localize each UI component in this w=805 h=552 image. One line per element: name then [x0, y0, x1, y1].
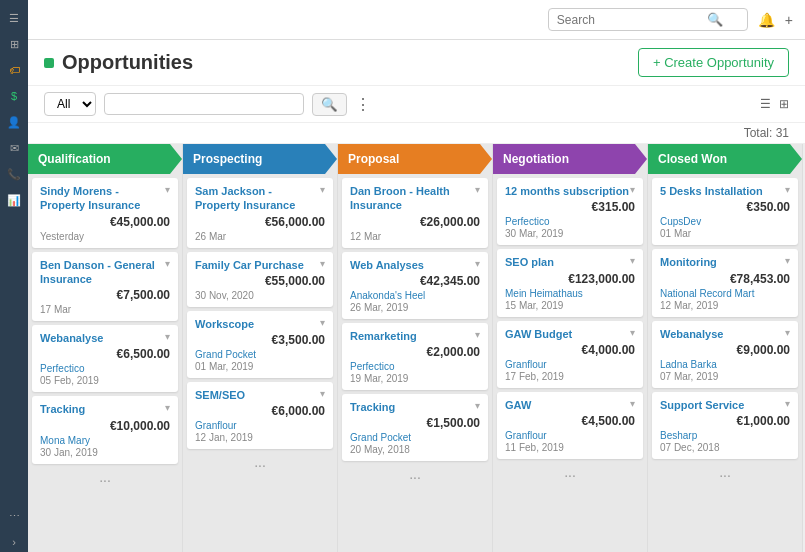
- card-qualification-0[interactable]: ▾Sindy Morens - Property Insurance€45,00…: [32, 178, 178, 248]
- page-title-container: Opportunities: [44, 51, 193, 74]
- card-menu-icon[interactable]: ▾: [320, 184, 325, 195]
- card-date: 15 Mar, 2019: [505, 300, 635, 311]
- filter-options-button[interactable]: ⋮: [355, 95, 371, 114]
- card-closed-2[interactable]: ▾Webanalyse€9,000.00Ladna Barka07 Mar, 2…: [652, 321, 798, 388]
- card-menu-icon[interactable]: ▾: [320, 258, 325, 269]
- card-menu-icon[interactable]: ▾: [475, 184, 480, 195]
- card-title: Web Analyses: [350, 258, 480, 272]
- card-menu-icon[interactable]: ▾: [165, 331, 170, 342]
- card-company: Perfectico: [505, 216, 635, 227]
- card-amount: €56,000.00: [195, 215, 325, 229]
- filter-all-dropdown[interactable]: All: [44, 92, 96, 116]
- card-menu-icon[interactable]: ▾: [320, 317, 325, 328]
- column-header-qualification: Qualification: [28, 144, 182, 174]
- card-prospecting-1[interactable]: ▾Family Car Purchase€55,000.0030 Nov, 20…: [187, 252, 333, 307]
- card-date: 12 Jan, 2019: [195, 432, 325, 443]
- create-opportunity-button[interactable]: + Create Opportunity: [638, 48, 789, 77]
- card-proposal-2[interactable]: ▾Remarketing€2,000.00Perfectico19 Mar, 2…: [342, 323, 488, 390]
- card-menu-icon[interactable]: ▾: [475, 400, 480, 411]
- card-date: 07 Dec, 2018: [660, 442, 790, 453]
- card-title: Remarketing: [350, 329, 480, 343]
- card-menu-icon[interactable]: ▾: [785, 327, 790, 338]
- card-proposal-3[interactable]: ▾Tracking€1,500.00Grand Pocket20 May, 20…: [342, 394, 488, 461]
- card-title: Workscope: [195, 317, 325, 331]
- card-menu-icon[interactable]: ▾: [475, 329, 480, 340]
- card-menu-icon[interactable]: ▾: [320, 388, 325, 399]
- card-date: 01 Mar: [660, 228, 790, 239]
- sidebar-menu-icon[interactable]: ☰: [4, 8, 24, 28]
- sidebar-phone-icon[interactable]: 📞: [4, 164, 24, 184]
- cards-container-closed: ▾5 Desks Installation€350.00CupsDev01 Ma…: [648, 174, 802, 552]
- sidebar-grid-icon[interactable]: ⊞: [4, 34, 24, 54]
- column-dots[interactable]: ···: [497, 463, 643, 487]
- card-menu-icon[interactable]: ▾: [475, 258, 480, 269]
- sidebar-dollar-icon[interactable]: $: [4, 86, 24, 106]
- sidebar-user-icon[interactable]: 👤: [4, 112, 24, 132]
- card-closed-1[interactable]: ▾Monitoring€78,453.00National Record Mar…: [652, 249, 798, 316]
- card-closed-0[interactable]: ▾5 Desks Installation€350.00CupsDev01 Ma…: [652, 178, 798, 245]
- card-date: Yesterday: [40, 231, 170, 242]
- card-amount: €2,000.00: [350, 345, 480, 359]
- card-title: Ben Danson - General Insurance: [40, 258, 170, 287]
- search-box[interactable]: 🔍: [548, 8, 748, 31]
- card-prospecting-2[interactable]: ▾Workscope€3,500.00Grand Pocket01 Mar, 2…: [187, 311, 333, 378]
- bell-icon[interactable]: 🔔: [758, 12, 775, 28]
- search-input[interactable]: [557, 13, 707, 27]
- filter-search-input[interactable]: [104, 93, 304, 115]
- card-qualification-3[interactable]: ▾Tracking€10,000.00Mona Mary30 Jan, 2019: [32, 396, 178, 463]
- card-company: CupsDev: [660, 216, 790, 227]
- card-negotiation-0[interactable]: ▾12 months subscription€315.00Perfectico…: [497, 178, 643, 245]
- card-qualification-2[interactable]: ▾Webanalyse€6,500.00Perfectico05 Feb, 20…: [32, 325, 178, 392]
- card-prospecting-3[interactable]: ▾SEM/SEO€6,000.00Granflour12 Jan, 2019: [187, 382, 333, 449]
- card-menu-icon[interactable]: ▾: [630, 398, 635, 409]
- card-proposal-1[interactable]: ▾Web Analyses€42,345.00Anakonda's Heel26…: [342, 252, 488, 319]
- topbar-icons: 🔔 +: [758, 12, 793, 28]
- card-qualification-1[interactable]: ▾Ben Danson - General Insurance€7,500.00…: [32, 252, 178, 322]
- card-closed-3[interactable]: ▾Support Service€1,000.00Besharp07 Dec, …: [652, 392, 798, 459]
- filter-search-button[interactable]: 🔍: [312, 93, 347, 116]
- column-dots[interactable]: ···: [342, 465, 488, 489]
- column-dots[interactable]: ···: [32, 468, 178, 492]
- card-company: Grand Pocket: [195, 349, 325, 360]
- card-menu-icon[interactable]: ▾: [630, 255, 635, 266]
- card-date: 05 Feb, 2019: [40, 375, 170, 386]
- card-negotiation-2[interactable]: ▾GAW Budget€4,000.00Granflour17 Feb, 201…: [497, 321, 643, 388]
- plus-icon[interactable]: +: [785, 12, 793, 28]
- card-title: Webanalyse: [660, 327, 790, 341]
- column-dots[interactable]: ···: [187, 453, 333, 477]
- card-menu-icon[interactable]: ▾: [630, 184, 635, 195]
- sidebar-expand-icon[interactable]: ›: [4, 532, 24, 552]
- card-negotiation-1[interactable]: ▾SEO plan€123,000.00Mein Heimathaus15 Ma…: [497, 249, 643, 316]
- card-date: 01 Mar, 2019: [195, 361, 325, 372]
- card-menu-icon[interactable]: ▾: [165, 258, 170, 269]
- card-company: Grand Pocket: [350, 432, 480, 443]
- column-dots[interactable]: ···: [652, 463, 798, 487]
- card-prospecting-0[interactable]: ▾Sam Jackson - Property Insurance€56,000…: [187, 178, 333, 248]
- card-title: Tracking: [40, 402, 170, 416]
- sidebar-mail-icon[interactable]: ✉: [4, 138, 24, 158]
- card-date: 17 Feb, 2019: [505, 371, 635, 382]
- card-title: Sindy Morens - Property Insurance: [40, 184, 170, 213]
- card-negotiation-3[interactable]: ▾GAW€4,500.00Granflour11 Feb, 2019: [497, 392, 643, 459]
- card-menu-icon[interactable]: ▾: [785, 184, 790, 195]
- list-view-icon[interactable]: ☰: [760, 97, 771, 111]
- card-company: Besharp: [660, 430, 790, 441]
- card-proposal-0[interactable]: ▾Dan Broon - Health Insurance€26,000.001…: [342, 178, 488, 248]
- kanban-view-icon[interactable]: ⊞: [779, 97, 789, 111]
- search-icon: 🔍: [707, 12, 723, 27]
- card-menu-icon[interactable]: ▾: [785, 398, 790, 409]
- card-menu-icon[interactable]: ▾: [630, 327, 635, 338]
- sidebar-chart-icon[interactable]: 📊: [4, 190, 24, 210]
- card-date: 30 Nov, 2020: [195, 290, 325, 301]
- card-amount: €6,500.00: [40, 347, 170, 361]
- sidebar-tag-icon[interactable]: 🏷: [4, 60, 24, 80]
- card-menu-icon[interactable]: ▾: [785, 255, 790, 266]
- card-menu-icon[interactable]: ▾: [165, 402, 170, 413]
- card-title: GAW Budget: [505, 327, 635, 341]
- card-company: National Record Mart: [660, 288, 790, 299]
- filter-left: All 🔍 ⋮: [44, 92, 371, 116]
- sidebar-more-icon[interactable]: ⋯: [4, 506, 24, 526]
- card-company: Perfectico: [350, 361, 480, 372]
- card-menu-icon[interactable]: ▾: [165, 184, 170, 195]
- cards-container-qualification: ▾Sindy Morens - Property Insurance€45,00…: [28, 174, 182, 552]
